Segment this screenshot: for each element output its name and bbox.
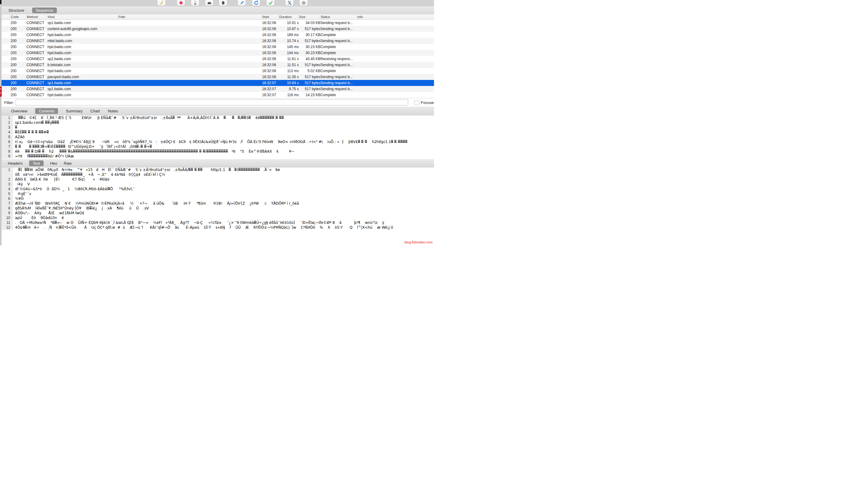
duration-cell: 10.91 s [279, 21, 299, 25]
method-cell: CONNECT [26, 51, 47, 55]
focused-checkbox[interactable] [414, 100, 419, 105]
tools-button[interactable] [285, 0, 294, 6]
host-cell: sp1.baidu.com [48, 81, 117, 85]
size-cell: 517 bytes [299, 75, 320, 79]
col-size[interactable]: Size [298, 15, 306, 19]
table-row[interactable]: 200 CONNECT sp1.baidu.com 16:32:06 10.91… [0, 20, 434, 26]
col-status[interactable]: Status [319, 15, 330, 19]
background-red-sliver [0, 87, 2, 97]
table-row[interactable]: 200 CONNECT sp2.baidu.com 16:32:06 11.61… [0, 56, 434, 62]
tools-icon [287, 0, 292, 5]
host-cell: mbd.baidu.com [48, 39, 117, 43]
line-number: 2 [0, 120, 13, 125]
table-row[interactable]: 200 CONNECT hpd.baidu.com 16:32:07 116 m… [0, 92, 434, 98]
tab-sequence[interactable]: Sequence [32, 7, 57, 13]
col-method[interactable]: Method [26, 15, 38, 19]
filter-input[interactable] [16, 99, 408, 106]
content-line: ôß xà³»n >beØ9²€oÉ Ä_ +Ã ¬ ‚E" 4 4à³Nâ 0… [13, 172, 434, 177]
method-cell: CONNECT [26, 93, 47, 97]
tab-summary[interactable]: Summary [66, 109, 83, 113]
content-line [13, 125, 434, 130]
line-number: 7 [0, 144, 13, 149]
table-row[interactable]: 200 CONNECT hpd.baidu.com 16:32:06 169 m… [0, 32, 434, 38]
content-line-row: 12 4Ö¢8m ë÷ . ¸Ñ ×|Ë*õ<Ûò Ã Uç ÓC* qðî;w… [0, 225, 434, 230]
tab-raw[interactable]: Raw [64, 161, 71, 166]
status-cell: Receiving respons... [320, 57, 357, 61]
table-row[interactable]: 200 CONNECT passport.baidu.com 16:32:06 … [0, 74, 434, 80]
content-line: apÙ Éö 9Òàdü3n ë [13, 215, 434, 220]
compose-button[interactable] [237, 0, 246, 6]
text-tabbar: Headers Text Hex Raw [0, 159, 434, 167]
table-row[interactable]: 200 CONNECT hpd.baidu.com 16:32:06 113 m… [0, 68, 434, 74]
content-line-row: 1 ü ©K[ K Ì¸ß6 ¹ Æ5 {`5 EWUr þ EÑåÆ¨# S´… [0, 115, 434, 120]
tab-notes[interactable]: Notes [108, 109, 118, 113]
table-row[interactable]: 200 CONNECT sp1.baidu.com 16:32:07 9.75 … [0, 86, 434, 92]
line-number: 9 [0, 211, 13, 215]
throttle-button[interactable] [205, 0, 213, 6]
table-row[interactable]: 200 CONNECT b.bdstatic.com 16:32:06 11.5… [0, 62, 434, 68]
host-cell: hpd.baidu.com [48, 51, 117, 55]
start-cell: 16:32:06 [262, 69, 279, 73]
line-number: 5 [0, 135, 13, 139]
col-path[interactable]: Path [117, 15, 125, 19]
content-line-row: 2 sp1.baidu.com ÿ [0, 120, 434, 125]
tab-hex[interactable]: Hex [50, 161, 57, 166]
tab-structure[interactable]: Structure [8, 8, 24, 12]
tab-chart[interactable]: Chart [90, 109, 100, 113]
clear-broom-button[interactable] [157, 0, 166, 6]
table-row[interactable]: 200 CONNECT sp1.baidu.com 16:32:07 10.64… [0, 80, 434, 86]
text-pane: 1 [ W aÕW 0N¡y0 N+H¤ ^¥ «15 d H Èl ` EÑå… [0, 167, 434, 246]
table-row[interactable]: 200 CONNECT hpd.baidu.com 16:32:06 145 m… [0, 44, 434, 50]
start-cell: 16:32:06 [262, 75, 279, 79]
content-line: êê Di h2 & ( ²6 °5 È¤^®ðßÁAX k ¥~ [13, 149, 434, 154]
start-cell: 16:32:06 [262, 27, 279, 31]
bottle-button[interactable] [191, 0, 199, 6]
line-number: 8 [0, 206, 13, 211]
tab-overview[interactable]: Overview [11, 109, 27, 113]
col-host[interactable]: Host [47, 15, 55, 19]
settings-button[interactable] [299, 0, 308, 6]
code-cell: 200 [10, 33, 26, 37]
clear-broom-icon [159, 0, 164, 5]
status-cell: Sending request b... [320, 63, 357, 67]
content-line-row: 1 [ W aÕW 0N¡y0 N+H¤ ^¥ «15 d H Èl ` EÑå… [0, 167, 434, 172]
line-number: 11 [0, 220, 13, 225]
line-number: 6 [0, 139, 13, 144]
size-cell: 5.02 KB [299, 69, 320, 73]
start-cell: 16:32:06 [262, 57, 279, 61]
content-line: ®gÈ¨´v [13, 192, 434, 196]
col-duration[interactable]: Duration [278, 15, 292, 19]
method-cell: CONNECT [26, 75, 47, 79]
size-cell: 14.23 KB [299, 93, 320, 97]
table-row[interactable]: 200 CONNECT content-autofill.googleapis.… [0, 26, 434, 32]
col-start[interactable]: Start [261, 15, 269, 19]
breakpoints-button[interactable] [219, 0, 227, 6]
line-number: 4 [0, 186, 13, 192]
content-line: Âðlò E ìàKå K 0é }Ê! €7 ðï¢| « Mö$ó [13, 177, 434, 182]
table-row[interactable]: 200 CONNECT mbd.baidu.com 16:32:06 10.74… [0, 38, 434, 44]
col-code[interactable]: Code [10, 15, 19, 19]
validate-button[interactable] [266, 0, 275, 6]
content-line: =Y€ f9£r #Ô°r ÜÃæ [13, 154, 434, 158]
status-cell: Complete [320, 33, 357, 37]
content-line-row: 9 =Y€ f9£r #Ô°r ÜÃæ [0, 154, 434, 158]
content-line-row: 7 3+)ÊÊ SÌ^UÛöÿeÿ.D+ ¯ý ´Ì6f¯¡<õ?ÀÌ ¡ÌX8… [0, 144, 434, 149]
line-number: 5 [0, 192, 13, 196]
content-line-row: 7 ÆÉhø:¬/4`ÑÐ W¤hÝAÇ N € ¼ªmúNÛÐi# ©ÈPêa… [0, 201, 434, 206]
content-line-row: 8 qðSÂ%M Íëî¤ßË¨¥ ;NÈ5Þ°Ûnèy [Ò¥ íBá|¿ j… [0, 206, 434, 211]
size-cell: 30.17 KB [299, 33, 320, 37]
col-info[interactable]: Info [356, 15, 363, 19]
host-cell: content-autofill.googleapis.com [48, 27, 117, 31]
table-row[interactable]: 200 CONNECT hpd.baidu.com 16:32:06 144 m… [0, 50, 434, 56]
content-line: 4Ö¢8m ë÷ . ¸Ñ ×|Ë*õ<Ûò Ã Uç ÓC* qðî;w # … [13, 225, 434, 230]
tab-headers[interactable]: Headers [8, 161, 23, 166]
tab-text[interactable]: Text [29, 161, 44, 166]
record-button[interactable] [177, 0, 185, 6]
line-number [0, 172, 13, 177]
duration-cell: 169 ms [279, 33, 299, 37]
repeat-button[interactable] [252, 0, 260, 6]
content-line-row: 11 . OÂ ÷Mù9wa!Ñ ²B=– w O ÛÌÑ+ ÉQb¥ 6þk)… [0, 220, 434, 225]
focused-label: Focused [421, 100, 434, 105]
settings-gear-icon [301, 0, 306, 5]
tab-contents[interactable]: Contents [35, 108, 58, 114]
